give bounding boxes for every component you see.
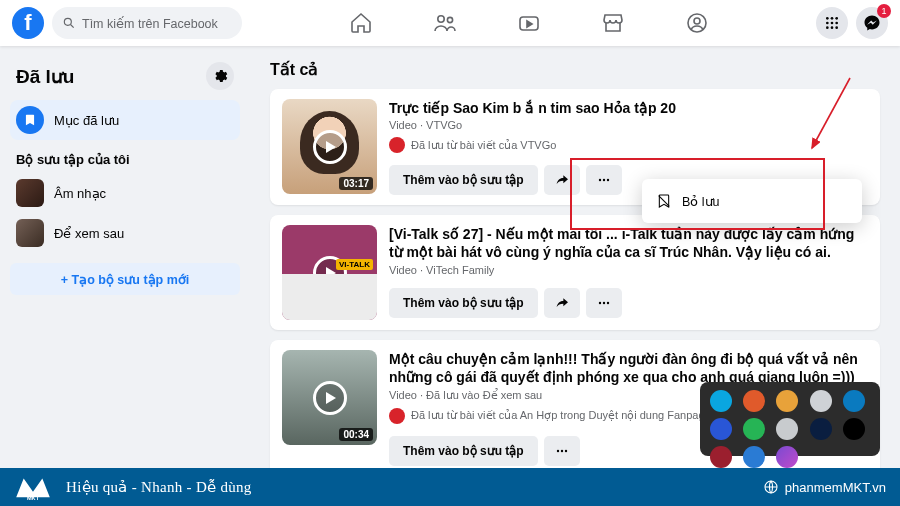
- tray-app[interactable]: [743, 418, 765, 440]
- sidebar-item-saved[interactable]: Mục đã lưu: [10, 100, 240, 140]
- home-icon[interactable]: [349, 11, 373, 35]
- svg-point-7: [826, 17, 829, 20]
- tray-app[interactable]: [710, 390, 732, 412]
- bookmark-icon: [16, 106, 44, 134]
- share-button[interactable]: [544, 165, 580, 195]
- video-duration: 00:34: [339, 428, 373, 441]
- svg-point-21: [602, 301, 604, 303]
- more-button[interactable]: [586, 165, 622, 195]
- item-meta: Video · VTVGo: [389, 119, 868, 131]
- groups-icon[interactable]: [685, 11, 709, 35]
- svg-point-25: [564, 449, 566, 451]
- add-to-collection-button[interactable]: Thêm vào bộ sưu tập: [389, 165, 538, 195]
- mkt-logo: MKT: [14, 472, 52, 502]
- thumb-tag: VI-TALK: [336, 259, 373, 270]
- video-duration: 06:44: [339, 303, 373, 316]
- svg-point-3: [447, 17, 452, 22]
- svg-point-11: [831, 22, 834, 25]
- footer-site[interactable]: phanmemMKT.vn: [763, 479, 886, 495]
- svg-text:MKT: MKT: [27, 495, 40, 501]
- tray-app[interactable]: [810, 390, 832, 412]
- svg-point-15: [835, 26, 838, 29]
- search-input[interactable]: Tìm kiếm trên Facebook: [52, 7, 242, 39]
- unsave-icon: [656, 193, 672, 209]
- globe-icon: [763, 479, 779, 495]
- search-placeholder: Tìm kiếm trên Facebook: [82, 16, 218, 31]
- svg-point-23: [556, 449, 558, 451]
- svg-point-20: [598, 301, 600, 303]
- sidebar-collection-music[interactable]: Âm nhạc: [10, 173, 240, 213]
- collection-thumb: [16, 219, 44, 247]
- search-icon: [62, 16, 76, 30]
- more-button[interactable]: [544, 436, 580, 466]
- tray-app[interactable]: [843, 418, 865, 440]
- new-collection-button[interactable]: + Tạo bộ sưu tập mới: [10, 263, 240, 295]
- svg-point-0: [64, 18, 71, 25]
- svg-point-17: [602, 179, 604, 181]
- page-title: Đã lưu: [16, 65, 74, 88]
- item-meta: Video · ViTech Family: [389, 264, 868, 276]
- video-duration: 03:17: [339, 177, 373, 190]
- video-thumbnail[interactable]: VI-TALK 06:44: [282, 225, 377, 320]
- tray-app[interactable]: [710, 418, 732, 440]
- sidebar: Đã lưu Mục đã lưu Bộ sưu tập của tôi Âm …: [0, 46, 250, 506]
- tray-app[interactable]: [776, 390, 798, 412]
- app-tray: [700, 382, 880, 456]
- footer-slogan: Hiệu quả - Nhanh - Dễ dùng: [66, 478, 763, 496]
- page-avatar: [389, 408, 405, 424]
- video-thumbnail[interactable]: 00:34: [282, 350, 377, 445]
- tray-app[interactable]: [843, 390, 865, 412]
- video-thumbnail[interactable]: 03:17: [282, 99, 377, 194]
- saved-item: 03:17 Trực tiếp Sao Kim b ắ n tim sao Hỏ…: [270, 89, 880, 205]
- marketplace-icon[interactable]: [601, 11, 625, 35]
- svg-point-12: [835, 22, 838, 25]
- unsave-item[interactable]: Bỏ lưu: [642, 185, 862, 217]
- svg-point-10: [826, 22, 829, 25]
- add-to-collection-button[interactable]: Thêm vào bộ sưu tập: [389, 288, 538, 318]
- tray-app[interactable]: [710, 446, 732, 468]
- svg-point-2: [438, 16, 444, 22]
- svg-line-1: [71, 25, 74, 28]
- svg-point-18: [606, 179, 608, 181]
- friends-icon[interactable]: [433, 11, 457, 35]
- page-avatar: [389, 137, 405, 153]
- center-nav: [242, 11, 816, 35]
- svg-point-22: [606, 301, 608, 303]
- more-button[interactable]: [586, 288, 622, 318]
- svg-point-9: [835, 17, 838, 20]
- saved-item: VI-TALK 06:44 [Vi-Talk số 27] - Nếu một …: [270, 215, 880, 330]
- tray-app[interactable]: [810, 418, 832, 440]
- share-button[interactable]: [544, 288, 580, 318]
- sidebar-collection-watchlater[interactable]: Để xem sau: [10, 213, 240, 253]
- more-popover: Bỏ lưu: [642, 179, 862, 223]
- item-title[interactable]: [Vi-Talk số 27] - Nếu một mai tôi ... i-…: [389, 225, 868, 261]
- settings-button[interactable]: [206, 62, 234, 90]
- messenger-badge: 1: [877, 4, 891, 18]
- item-source: Đã lưu từ bài viết của VTVGo: [389, 137, 868, 153]
- play-icon: [313, 130, 347, 164]
- sidebar-item-label: Âm nhạc: [54, 186, 106, 201]
- watch-icon[interactable]: [517, 11, 541, 35]
- play-icon: [313, 381, 347, 415]
- collection-thumb: [16, 179, 44, 207]
- add-to-collection-button[interactable]: Thêm vào bộ sưu tập: [389, 436, 538, 466]
- sidebar-item-label: Để xem sau: [54, 226, 124, 241]
- sidebar-section-label: Bộ sưu tập của tôi: [10, 140, 240, 173]
- svg-point-24: [560, 449, 562, 451]
- svg-point-8: [831, 17, 834, 20]
- svg-point-14: [831, 26, 834, 29]
- main-heading: Tất cả: [270, 60, 880, 79]
- sidebar-item-label: Mục đã lưu: [54, 113, 119, 128]
- facebook-logo[interactable]: f: [12, 7, 44, 39]
- apps-menu-icon[interactable]: [816, 7, 848, 39]
- svg-point-13: [826, 26, 829, 29]
- tray-app[interactable]: [776, 418, 798, 440]
- tray-app[interactable]: [743, 390, 765, 412]
- header-right: 1: [816, 7, 888, 39]
- svg-point-6: [694, 18, 700, 24]
- svg-point-16: [598, 179, 600, 181]
- mkt-footer: MKT Hiệu quả - Nhanh - Dễ dùng phanmemMK…: [0, 468, 900, 506]
- item-title[interactable]: Trực tiếp Sao Kim b ắ n tim sao Hỏa tập …: [389, 99, 868, 117]
- messenger-icon[interactable]: 1: [856, 7, 888, 39]
- top-header: f Tìm kiếm trên Facebook 1: [0, 0, 900, 46]
